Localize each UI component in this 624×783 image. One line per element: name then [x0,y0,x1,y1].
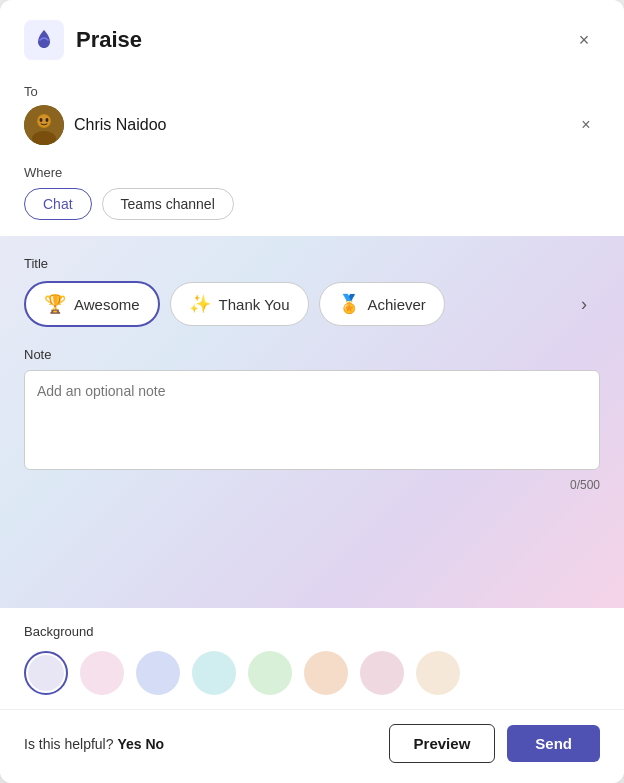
recipient-name: Chris Naidoo [74,116,562,134]
dialog-header: Praise × [0,0,624,76]
svg-point-6 [46,118,49,122]
thankyou-label: Thank You [219,296,290,313]
color-blue-light[interactable] [136,651,180,695]
note-textarea[interactable] [24,370,600,470]
where-teams-button[interactable]: Teams channel [102,188,234,220]
note-container: 0/500 [24,370,600,492]
where-options: Chat Teams channel [24,188,600,220]
title-achiever-button[interactable]: 🏅 Achiever [319,282,445,326]
where-label: Where [24,165,600,180]
helpful-no-button[interactable]: No [145,736,164,752]
color-rose[interactable] [360,651,404,695]
to-label: To [24,84,600,99]
recipient-clear-button[interactable]: × [572,111,600,139]
color-teal[interactable] [192,651,236,695]
to-section: To Chris Naidoo × [0,76,624,157]
title-next-button[interactable]: › [568,288,600,320]
background-label: Background [24,624,600,639]
title-awesome-button[interactable]: 🏆 Awesome [24,281,160,327]
title-label: Title [24,256,600,271]
praise-icon [24,20,64,60]
color-green[interactable] [248,651,292,695]
preview-button[interactable]: Preview [389,724,496,763]
where-chat-button[interactable]: Chat [24,188,92,220]
footer: Is this helpful? Yes No Preview Send [0,709,624,783]
helpful-prompt: Is this helpful? Yes No [24,736,377,752]
praise-dialog: Praise × To Chris Naidoo × Where [0,0,624,783]
awesome-label: Awesome [74,296,140,313]
color-pink[interactable] [80,651,124,695]
title-thankyou-button[interactable]: ✨ Thank You [170,282,309,326]
gradient-section: Title 🏆 Awesome ✨ Thank You 🏅 Achiever ›… [0,236,624,608]
dialog-title: Praise [76,27,568,53]
close-button[interactable]: × [568,24,600,56]
sparkles-icon: ✨ [189,293,211,315]
title-options: 🏆 Awesome ✨ Thank You 🏅 Achiever › [24,281,600,327]
note-label: Note [24,347,600,362]
svg-point-5 [40,118,43,122]
avatar [24,105,64,145]
medal-icon: 🏅 [338,293,360,315]
helpful-yes-button[interactable]: Yes [117,736,141,752]
where-section: Where Chat Teams channel [0,157,624,236]
note-counter: 0/500 [24,478,600,492]
send-button[interactable]: Send [507,725,600,762]
color-lavender[interactable] [24,651,68,695]
background-section: Background [0,608,624,709]
color-options [24,651,600,695]
helpful-prompt-text: Is this helpful? [24,736,114,752]
color-peach[interactable] [304,651,348,695]
trophy-icon: 🏆 [44,293,66,315]
achiever-label: Achiever [368,296,426,313]
color-cream[interactable] [416,651,460,695]
recipient-row: Chris Naidoo × [24,105,600,145]
